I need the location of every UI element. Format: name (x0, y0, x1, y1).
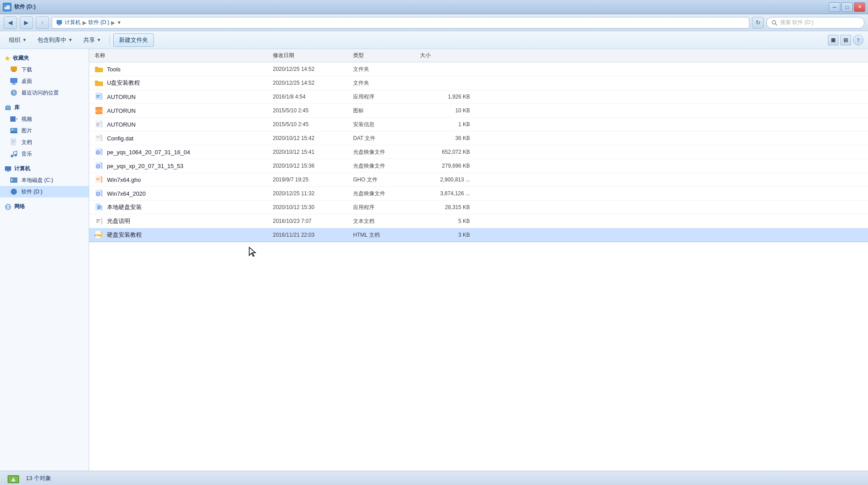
file-name-cell: 光盘说明 (93, 216, 271, 226)
title-bar: 软件 (D:) ─ □ ✕ (0, 0, 868, 14)
sidebar-item-video[interactable]: 视频 (0, 113, 89, 125)
svg-point-26 (14, 154, 17, 156)
svg-rect-4 (58, 24, 61, 25)
file-name-cell: AUTORUN (93, 119, 271, 130)
sidebar-library-header[interactable]: 库 (0, 102, 89, 113)
file-icon (95, 120, 103, 129)
maximize-button[interactable]: □ (841, 2, 853, 12)
file-modified: 2016/10/23 7:07 (271, 217, 351, 225)
file-modified: 2019/9/7 19:25 (271, 176, 351, 184)
sidebar-network-header[interactable]: 网络 (0, 201, 89, 212)
col-modified[interactable]: 修改日期 (271, 51, 351, 60)
library-icon (4, 104, 12, 111)
refresh-button[interactable]: ↻ (752, 17, 764, 29)
minimize-button[interactable]: ─ (829, 2, 840, 12)
view-toggle-button[interactable]: ▤ (840, 35, 851, 45)
file-modified: 2020/10/12 15:30 (271, 203, 351, 211)
sidebar-favorites-header[interactable]: ★ 收藏夹 (0, 53, 89, 64)
file-size: 28,315 KB (418, 203, 472, 211)
share-button[interactable]: 共享 ▼ (79, 33, 106, 47)
up-button[interactable]: ↑ (36, 16, 49, 29)
breadcrumb-drive[interactable]: 软件 (D:) (88, 19, 109, 26)
breadcrumb-dropdown[interactable]: ▼ (117, 20, 121, 25)
sidebar-library-section: 库 视频 图片 文档 (0, 102, 89, 160)
file-name: AUTORUN (107, 107, 136, 114)
svg-text:PE: PE (97, 206, 101, 209)
file-name: Win7x64_2020 (107, 190, 146, 197)
svg-rect-10 (12, 83, 15, 84)
desktop-icon (10, 77, 18, 85)
table-row[interactable]: Win7x64.gho 2019/9/7 19:25 GHO 文件 2,900,… (89, 173, 868, 187)
table-row[interactable]: 光盘说明 2016/10/23 7:07 文本文档 5 KB (89, 214, 868, 228)
sidebar-item-drive-d[interactable]: 软件 (D:) (0, 186, 89, 197)
file-name-cell: ICO AUTORUN (93, 105, 271, 116)
svg-rect-1 (4, 5, 7, 7)
include-dropdown-icon: ▼ (68, 37, 73, 42)
table-row[interactable]: pe_yqs_1064_20_07_31_16_04 2020/10/12 15… (89, 145, 868, 159)
table-row[interactable]: PE 本地硬盘安装 2020/10/12 15:30 应用程序 28,315 K… (89, 201, 868, 214)
drive-c-icon (10, 176, 18, 184)
file-name: Config.dat (107, 135, 133, 142)
new-folder-button[interactable]: 新建文件夹 (113, 33, 154, 47)
forward-button[interactable]: ▶ (20, 16, 33, 29)
svg-rect-2 (57, 20, 62, 24)
file-modified: 2020/10/12 15:42 (271, 134, 351, 142)
file-type: 图标 (351, 106, 418, 115)
table-row[interactable]: Win7x64_2020 2020/12/25 11:32 光盘映像文件 3,8… (89, 187, 868, 201)
file-icon (95, 217, 103, 226)
close-button[interactable]: ✕ (854, 2, 865, 12)
sidebar-item-music[interactable]: 音乐 (0, 148, 89, 160)
title-bar-controls: ─ □ ✕ (829, 2, 865, 12)
sidebar-item-documents[interactable]: 文档 (0, 136, 89, 148)
file-name-cell: pe_yqs_xp_20_07_31_15_53 (93, 160, 271, 171)
file-type: 光盘映像文件 (351, 161, 418, 171)
file-size (418, 82, 472, 84)
sidebar-favorites-section: ★ 收藏夹 下载 桌面 (0, 53, 89, 99)
svg-rect-47 (101, 122, 103, 127)
svg-rect-9 (10, 78, 17, 83)
file-modified: 2020/12/25 14:52 (271, 79, 351, 87)
col-type[interactable]: 类型 (351, 51, 418, 60)
file-name: pe_yqs_1064_20_07_31_16_04 (107, 149, 190, 156)
svg-rect-53 (101, 136, 103, 141)
svg-marker-61 (101, 162, 103, 164)
table-row[interactable]: Config.dat 2020/10/12 15:42 DAT 文件 36 KB (89, 132, 868, 145)
table-row[interactable]: pe_yqs_xp_20_07_31_15_53 2020/10/12 15:3… (89, 159, 868, 173)
file-name-cell: pe_yqs_1064_20_07_31_16_04 (93, 147, 271, 157)
col-name[interactable]: 名称 (93, 51, 271, 60)
svg-rect-81 (101, 219, 103, 224)
table-row[interactable]: Tools 2020/12/25 14:52 文件夹 (89, 62, 868, 76)
table-row[interactable]: AUTORUN 2015/5/10 2:45 安装信息 1 KB (89, 118, 868, 132)
breadcrumb-computer[interactable]: 计算机 (65, 19, 81, 26)
file-size: 2,900,813 ... (418, 176, 472, 184)
table-row[interactable]: HTML 硬盘安装教程 2016/11/21 22:03 HTML 文档 3 K… (89, 228, 868, 242)
sidebar-computer-header[interactable]: 计算机 (0, 163, 89, 174)
table-row[interactable]: U盘安装教程 2020/12/25 14:52 文件夹 (89, 76, 868, 90)
sidebar-item-drive-c[interactable]: 本地磁盘 (C:) (0, 174, 89, 186)
table-row[interactable]: AUTORUN 2016/1/8 4:54 应用程序 1,926 KB (89, 90, 868, 104)
file-icon (95, 65, 103, 74)
back-button[interactable]: ◀ (4, 16, 17, 29)
organize-button[interactable]: 组织 ▼ (4, 33, 31, 47)
file-name-cell: Win7x64.gho (93, 174, 271, 185)
search-box[interactable]: 搜索 软件 (D:) (766, 17, 864, 29)
file-size: 5 KB (418, 217, 472, 225)
view-options-button[interactable]: ▦ (828, 35, 839, 45)
file-size: 1 KB (418, 120, 472, 128)
breadcrumb-sep2: ▶ (111, 20, 115, 26)
pictures-icon (10, 127, 18, 135)
svg-text:ICO: ICO (95, 109, 103, 113)
table-row[interactable]: ICO AUTORUN 2015/5/10 2:45 图标 10 KB (89, 104, 868, 118)
help-button[interactable]: ? (853, 35, 864, 45)
file-modified: 2015/5/10 2:45 (271, 120, 351, 128)
breadcrumb[interactable]: 计算机 ▶ 软件 (D:) ▶ ▼ (52, 17, 749, 29)
sidebar-item-recent[interactable]: 最近访问的位置 (0, 87, 89, 99)
file-icon (95, 161, 103, 170)
sidebar-item-pictures[interactable]: 图片 (0, 125, 89, 136)
file-size: 652,072 KB (418, 148, 472, 156)
sidebar-item-desktop[interactable]: 桌面 (0, 75, 89, 87)
col-size[interactable]: 大小 (418, 51, 472, 60)
include-library-button[interactable]: 包含到库中 ▼ (33, 33, 77, 47)
sidebar: ★ 收藏夹 下载 桌面 (0, 49, 89, 471)
sidebar-item-downloads[interactable]: 下载 (0, 64, 89, 75)
